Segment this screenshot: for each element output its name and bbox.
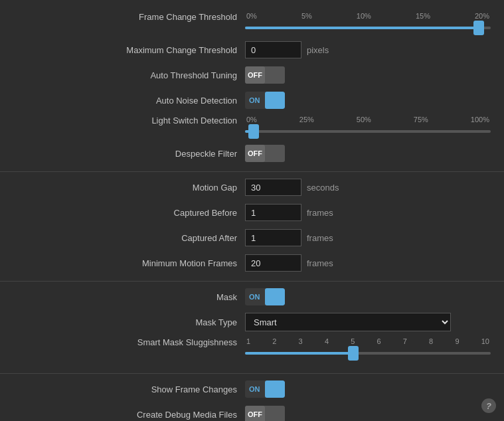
slider-light-switch-detection[interactable] [245,125,491,138]
section-mask: Mask ON Mask Type Smart None Smart Mask … [0,282,504,374]
label-motion-gap: Motion Gap [104,183,237,193]
control-frame-change-threshold: 0% 5% 10% 15% 20% [245,12,491,35]
label-maximum-change-threshold: Maximum Change Threshold [104,45,237,55]
slider-fill-smart-mask [245,352,353,355]
slider-ticks-light-switch: 0% 25% 50% 75% 100% [245,116,491,124]
input-captured-after[interactable]: 1 [245,229,301,246]
control-mask-type: Smart None [245,313,491,331]
row-captured-after: Captured After 1 frames [13,228,491,248]
label-despeckle-filter: Despeckle Filter [104,149,237,159]
toggle-show-frame-changes[interactable]: ON [245,380,285,398]
slider-frame-change-threshold[interactable] [245,21,491,35]
toggle-despeckle-filter[interactable]: OFF [245,145,285,162]
control-mask: ON [245,288,491,305]
section-debug: Show Frame Changes ON Create Debug Media… [0,374,504,421]
control-minimum-motion-frames: 20 frames [245,254,491,272]
slider-fill [245,27,479,29]
toggle-knob-show-frame-changes [265,380,285,398]
row-minimum-motion-frames: Minimum Motion Frames 20 frames [13,253,491,273]
label-auto-threshold-tuning: Auto Threshold Tuning [104,70,237,80]
label-minimum-motion-frames: Minimum Motion Frames [104,258,237,268]
row-frame-change-threshold: Frame Change Threshold 0% 5% 10% 15% 20% [13,12,491,35]
input-maximum-change-threshold[interactable]: 0 [245,41,301,58]
toggle-knob-create-debug: OFF [245,406,265,421]
control-light-switch-detection: 0% 25% 50% 75% 100% [245,116,491,138]
slider-ticks-smart-mask: 1 2 3 4 5 6 7 8 9 10 [245,337,491,345]
label-frame-change-threshold: Frame Change Threshold [104,12,237,22]
row-captured-before: Captured Before 1 frames [13,203,491,222]
control-create-debug-media-files: OFF [245,406,491,421]
input-minimum-motion-frames[interactable]: 20 [245,254,301,272]
control-auto-noise-detection: ON [245,92,491,109]
toggle-knob-despeckle-filter: OFF [245,145,265,162]
label-smart-mask-sluggishness: Smart Mask Sluggishness [104,337,237,347]
control-auto-threshold-tuning: OFF [245,66,491,84]
toggle-knob-mask [265,288,285,305]
toggle-knob-auto-threshold-tuning: OFF [245,66,265,84]
slider-track [245,27,491,29]
slider-thumb-light-switch[interactable] [248,124,259,139]
toggle-auto-threshold-tuning[interactable]: OFF [245,66,285,84]
section-motion: Motion Gap 30 seconds Captured Before 1 … [0,172,504,282]
row-mask-type: Mask Type Smart None [13,312,491,332]
unit-frames-after: frames [307,233,333,243]
control-motion-gap: 30 seconds [245,179,491,196]
slider-smart-mask-sluggishness[interactable] [245,347,491,360]
control-captured-after: 1 frames [245,229,491,246]
row-motion-gap: Motion Gap 30 seconds [13,177,491,197]
row-show-frame-changes: Show Frame Changes ON [13,379,491,399]
slider-ticks-frame-change: 0% 5% 10% 15% 20% [245,12,491,20]
row-smart-mask-sluggishness: Smart Mask Sluggishness 1 2 3 4 5 6 7 8 … [13,337,491,360]
toggle-text-on: ON [249,96,260,104]
help-icon[interactable]: ? [481,398,496,413]
control-maximum-change-threshold: 0 pixels [245,41,491,58]
unit-seconds: seconds [307,183,339,193]
label-mask: Mask [104,292,237,302]
label-mask-type: Mask Type [104,317,237,327]
toggle-create-debug-media-files[interactable]: OFF [245,406,285,421]
toggle-auto-noise-detection[interactable]: ON [245,92,285,109]
control-despeckle-filter: OFF [245,145,491,162]
control-captured-before: 1 frames [245,204,491,221]
toggle-text-mask-on: ON [249,293,260,301]
label-captured-after: Captured After [104,233,237,243]
row-mask: Mask ON [13,287,491,307]
slider-smart-mask-container: 1 2 3 4 5 6 7 8 9 10 [245,337,491,360]
toggle-knob-auto-noise-detection [265,92,285,109]
slider-thumb[interactable] [473,21,484,35]
label-light-switch-detection: Light Switch Detection [104,116,237,126]
section-threshold: Frame Change Threshold 0% 5% 10% 15% 20% [0,7,504,172]
slider-frame-change-threshold-container: 0% 5% 10% 15% 20% [245,12,491,35]
unit-frames-min: frames [307,258,333,268]
row-maximum-change-threshold: Maximum Change Threshold 0 pixels [13,40,491,60]
row-create-debug-media-files: Create Debug Media Files OFF [13,404,491,421]
control-smart-mask-sluggishness: 1 2 3 4 5 6 7 8 9 10 [245,337,491,360]
slider-track-smart-mask [245,352,491,355]
input-captured-before[interactable]: 1 [245,204,301,221]
control-show-frame-changes: ON [245,380,491,398]
slider-light-switch-container: 0% 25% 50% 75% 100% [245,116,491,138]
input-motion-gap[interactable]: 30 [245,179,301,196]
unit-pixels: pixels [307,45,329,55]
toggle-text-show-on: ON [249,385,260,393]
unit-frames-before: frames [307,208,333,218]
label-captured-before: Captured Before [104,208,237,218]
slider-thumb-smart-mask[interactable] [348,346,359,361]
slider-track-light-switch [245,130,491,133]
label-create-debug-media-files: Create Debug Media Files [104,410,237,420]
label-show-frame-changes: Show Frame Changes [104,384,237,394]
select-mask-type[interactable]: Smart None [245,313,451,331]
row-auto-noise-detection: Auto Noise Detection ON [13,90,491,110]
row-auto-threshold-tuning: Auto Threshold Tuning OFF [13,65,491,85]
settings-panel: Frame Change Threshold 0% 5% 10% 15% 20% [0,0,504,421]
toggle-mask[interactable]: ON [245,288,285,305]
row-despeckle-filter: Despeckle Filter OFF [13,143,491,163]
label-auto-noise-detection: Auto Noise Detection [104,96,237,106]
row-light-switch-detection: Light Switch Detection 0% 25% 50% 75% 10… [13,116,491,138]
